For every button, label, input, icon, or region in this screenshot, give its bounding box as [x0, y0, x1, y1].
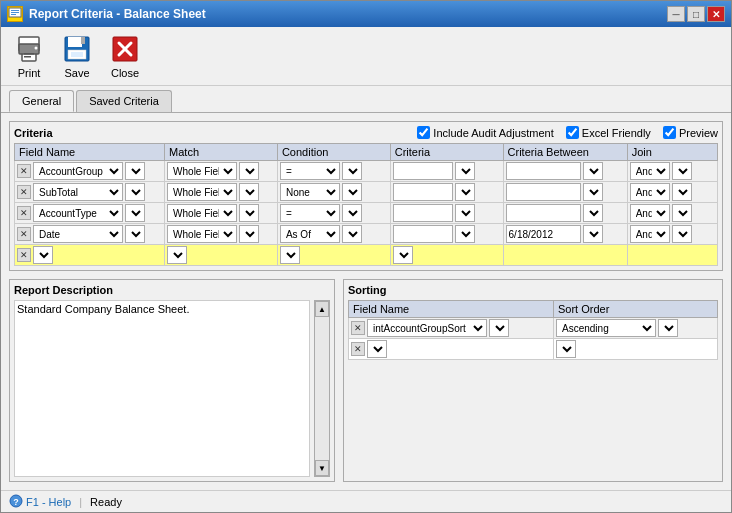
- between-dropdown[interactable]: ▼: [583, 183, 603, 201]
- condition-dropdown[interactable]: ▼: [342, 204, 362, 222]
- help-icon: ?: [9, 494, 23, 510]
- sort-order-empty-dropdown[interactable]: ▼: [556, 340, 576, 358]
- excel-friendly-checkbox[interactable]: Excel Friendly: [566, 126, 651, 139]
- include-audit-input[interactable]: [417, 126, 430, 139]
- between-input[interactable]: [506, 225, 581, 243]
- between-dropdown[interactable]: ▼: [583, 204, 603, 222]
- condition-dropdown[interactable]: ▼: [342, 162, 362, 180]
- tab-saved-criteria[interactable]: Saved Criteria: [76, 90, 172, 112]
- window-close-button[interactable]: ✕: [707, 6, 725, 22]
- match-select[interactable]: Whole Field: [167, 225, 237, 243]
- field-dropdown[interactable]: ▼: [125, 183, 145, 201]
- field-name-select[interactable]: Date: [33, 225, 123, 243]
- join-select[interactable]: And: [630, 225, 670, 243]
- preview-checkbox[interactable]: Preview: [663, 126, 718, 139]
- app-icon: [7, 6, 23, 22]
- sorting-title: Sorting: [348, 284, 718, 296]
- scroll-down-button[interactable]: ▼: [315, 460, 329, 476]
- between-dropdown[interactable]: ▼: [583, 162, 603, 180]
- main-window: Report Criteria - Balance Sheet ─ □ ✕ Pr…: [0, 0, 732, 513]
- field-name-select[interactable]: AccountGroup: [33, 162, 123, 180]
- match-select[interactable]: Whole Field: [167, 204, 237, 222]
- field-name-select[interactable]: SubTotal: [33, 183, 123, 201]
- join-dropdown[interactable]: ▼: [672, 162, 692, 180]
- row-delete-button[interactable]: ✕: [17, 185, 31, 199]
- between-input[interactable]: [506, 204, 581, 222]
- row-delete-button[interactable]: ✕: [17, 206, 31, 220]
- condition-select[interactable]: As Of: [280, 225, 340, 243]
- field-name-select[interactable]: AccountType: [33, 204, 123, 222]
- join-select[interactable]: And: [630, 162, 670, 180]
- join-select[interactable]: And: [630, 183, 670, 201]
- match-select[interactable]: Whole Field: [167, 162, 237, 180]
- empty-condition-dropdown[interactable]: ▼: [280, 246, 300, 264]
- criteria-input[interactable]: [393, 183, 453, 201]
- print-button[interactable]: Print: [9, 31, 49, 81]
- join-cell: And ▼: [627, 182, 717, 203]
- field-dropdown[interactable]: ▼: [125, 225, 145, 243]
- preview-label: Preview: [679, 127, 718, 139]
- join-select[interactable]: And: [630, 204, 670, 222]
- col-condition: Condition: [277, 144, 390, 161]
- sort-field-dropdown[interactable]: ▼: [489, 319, 509, 337]
- tab-general[interactable]: General: [9, 90, 74, 112]
- join-dropdown[interactable]: ▼: [672, 183, 692, 201]
- criteria-input[interactable]: [393, 225, 453, 243]
- excel-friendly-input[interactable]: [566, 126, 579, 139]
- preview-input[interactable]: [663, 126, 676, 139]
- condition-dropdown[interactable]: ▼: [342, 225, 362, 243]
- field-name-dropdown[interactable]: ▼: [125, 162, 145, 180]
- between-input[interactable]: [506, 162, 581, 180]
- close-button[interactable]: Close: [105, 31, 145, 81]
- condition-cell: = ▼: [277, 203, 390, 224]
- help-link[interactable]: ? F1 - Help: [9, 494, 71, 510]
- between-dropdown[interactable]: ▼: [583, 225, 603, 243]
- criteria-input[interactable]: [393, 162, 453, 180]
- field-dropdown[interactable]: ▼: [125, 204, 145, 222]
- svg-rect-2: [11, 12, 19, 13]
- row-delete-button[interactable]: ✕: [17, 164, 31, 178]
- sort-row-delete-button[interactable]: ✕: [351, 342, 365, 356]
- row-delete-button[interactable]: ✕: [17, 227, 31, 241]
- svg-rect-11: [68, 37, 82, 47]
- join-dropdown[interactable]: ▼: [672, 225, 692, 243]
- sort-field-select[interactable]: intAccountGroupSort: [367, 319, 487, 337]
- match-dropdown[interactable]: ▼: [239, 204, 259, 222]
- criteria-input[interactable]: [393, 204, 453, 222]
- criteria-header: Criteria Include Audit Adjustment Excel …: [14, 126, 718, 139]
- join-cell: And ▼: [627, 203, 717, 224]
- sort-order-dropdown[interactable]: ▼: [658, 319, 678, 337]
- tabs: General Saved Criteria: [1, 86, 731, 112]
- svg-rect-3: [11, 14, 16, 15]
- criteria-dropdown[interactable]: ▼: [455, 183, 475, 201]
- condition-dropdown[interactable]: ▼: [342, 183, 362, 201]
- sort-row-delete-button[interactable]: ✕: [351, 321, 365, 335]
- scroll-up-button[interactable]: ▲: [315, 301, 329, 317]
- match-dropdown[interactable]: ▼: [239, 183, 259, 201]
- condition-select[interactable]: =: [280, 204, 340, 222]
- include-audit-checkbox[interactable]: Include Audit Adjustment: [417, 126, 553, 139]
- maximize-button[interactable]: □: [687, 6, 705, 22]
- condition-select[interactable]: None: [280, 183, 340, 201]
- report-description-section: Report Description Standard Company Bala…: [9, 279, 335, 482]
- match-dropdown[interactable]: ▼: [239, 225, 259, 243]
- criteria-container: ▼: [393, 162, 501, 180]
- join-dropdown[interactable]: ▼: [672, 204, 692, 222]
- minimize-button[interactable]: ─: [667, 6, 685, 22]
- sort-empty-dropdown[interactable]: ▼: [367, 340, 387, 358]
- empty-criteria-dropdown[interactable]: ▼: [393, 246, 413, 264]
- toolbar: Print Save Close: [1, 27, 731, 86]
- sort-order-select[interactable]: Ascending: [556, 319, 656, 337]
- match-select[interactable]: Whole Field: [167, 183, 237, 201]
- empty-match-dropdown[interactable]: ▼: [167, 246, 187, 264]
- condition-select[interactable]: =: [280, 162, 340, 180]
- match-dropdown[interactable]: ▼: [239, 162, 259, 180]
- criteria-dropdown[interactable]: ▼: [455, 225, 475, 243]
- save-button[interactable]: Save: [57, 31, 97, 81]
- criteria-dropdown[interactable]: ▼: [455, 204, 475, 222]
- row-delete-button[interactable]: ✕: [17, 248, 31, 262]
- between-input[interactable]: [506, 183, 581, 201]
- empty-field-dropdown[interactable]: ▼: [33, 246, 53, 264]
- criteria-dropdown[interactable]: ▼: [455, 162, 475, 180]
- save-label: Save: [64, 67, 89, 79]
